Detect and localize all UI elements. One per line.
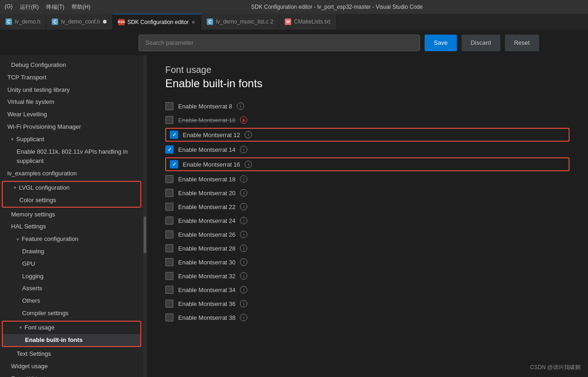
tab-label: lv_demo_music_list.c 2 bbox=[216, 18, 273, 25]
sidebar-item-font-usage[interactable]: ▾ Font usage bbox=[3, 322, 140, 334]
config-item-montserrat-12: Enable Montserrat 12 i bbox=[165, 128, 570, 142]
sidebar-item-memory[interactable]: Memory settings bbox=[0, 209, 143, 221]
sidebar-label: Extra Widgets bbox=[11, 374, 48, 377]
search-input[interactable] bbox=[138, 35, 420, 51]
info-icon-warning[interactable]: ⊗ bbox=[240, 116, 247, 124]
info-icon[interactable]: i bbox=[240, 146, 247, 153]
sidebar-label: Compiler settings bbox=[22, 309, 68, 318]
sidebar-scrollbar[interactable] bbox=[143, 55, 147, 377]
info-icon[interactable]: i bbox=[240, 217, 247, 224]
font-usage-highlight-box: ▾ Font usage Enable built-in fonts bbox=[2, 321, 141, 347]
info-icon[interactable]: i bbox=[240, 286, 247, 293]
checkbox-montserrat-16[interactable] bbox=[170, 160, 178, 168]
info-icon[interactable]: i bbox=[240, 245, 247, 252]
sidebar-item-asserts[interactable]: Asserts bbox=[0, 282, 143, 295]
info-icon[interactable]: i bbox=[240, 189, 247, 197]
checkbox-montserrat-18[interactable] bbox=[165, 175, 174, 183]
sidebar-item-feature[interactable]: ▾ Feature configuration bbox=[0, 233, 143, 245]
info-icon[interactable]: i bbox=[240, 272, 247, 280]
sidebar-item-text[interactable]: Text Settings bbox=[0, 348, 143, 360]
sidebar-label: Enable 802.11k, 802.11v APIs handling in… bbox=[17, 147, 136, 167]
sidebar-item-tcp[interactable]: TCP Transport bbox=[0, 72, 143, 84]
tab-lv-demo-conf-h[interactable]: C lv_demo_conf.h bbox=[46, 14, 113, 30]
sidebar-item-compiler[interactable]: Compiler settings bbox=[0, 307, 143, 320]
menu-terminal[interactable]: 终端(T) bbox=[46, 3, 64, 11]
sidebar-item-gpu[interactable]: GPU bbox=[0, 258, 143, 270]
menu-help[interactable]: 帮助(H) bbox=[72, 3, 90, 11]
info-icon[interactable]: i bbox=[237, 102, 244, 110]
tab-cmake[interactable]: M CMakeLists.txt bbox=[279, 14, 336, 30]
config-item-montserrat-34: Enable Montserrat 34 i bbox=[165, 283, 570, 297]
info-icon[interactable]: i bbox=[240, 175, 247, 183]
checkbox-montserrat-20[interactable] bbox=[165, 189, 174, 197]
info-icon[interactable]: i bbox=[240, 231, 247, 238]
toolbar: Save Discard Reset bbox=[0, 30, 588, 55]
expand-icon: ▾ bbox=[14, 184, 16, 191]
sidebar-label: Virtual file system bbox=[7, 97, 54, 107]
checkbox-montserrat-34[interactable] bbox=[165, 286, 174, 294]
save-button[interactable]: Save bbox=[425, 35, 457, 51]
checkbox-montserrat-26[interactable] bbox=[165, 230, 174, 239]
config-item-montserrat-14: Enable Montserrat 14 i bbox=[165, 143, 570, 156]
item-label: Enable Montserrat 20 bbox=[178, 190, 235, 197]
checkbox-montserrat-14[interactable] bbox=[165, 145, 174, 154]
sidebar-item-hal[interactable]: HAL Settings bbox=[0, 221, 143, 233]
info-icon[interactable]: i bbox=[240, 258, 247, 266]
sidebar-item-widget[interactable]: Widget usage bbox=[0, 360, 143, 373]
sidebar-item-unity[interactable]: Unity unit testing library bbox=[0, 84, 143, 96]
checkbox-montserrat-38[interactable] bbox=[165, 313, 174, 322]
sidebar-label: Asserts bbox=[22, 284, 42, 293]
c-file-icon: C bbox=[6, 18, 12, 25]
checkbox-montserrat-12[interactable] bbox=[170, 131, 178, 139]
checkbox-montserrat-22[interactable] bbox=[165, 203, 174, 211]
sidebar-label: Enable built-in fonts bbox=[25, 335, 83, 345]
discard-button[interactable]: Discard bbox=[462, 35, 500, 51]
info-icon[interactable]: i bbox=[245, 131, 252, 138]
tab-lv-demo-music[interactable]: C lv_demo_music_list.c 2 bbox=[201, 14, 279, 30]
item-label: Enable Montserrat 26 bbox=[178, 231, 235, 238]
menu-g[interactable]: (G) bbox=[5, 3, 12, 11]
tab-sdk-config[interactable]: RSS SDK Configuration editor × bbox=[113, 14, 201, 30]
checkbox-montserrat-24[interactable] bbox=[165, 216, 174, 225]
sidebar-item-builtin-fonts[interactable]: Enable built-in fonts bbox=[3, 334, 140, 347]
checkbox-montserrat-10[interactable] bbox=[165, 116, 174, 124]
sidebar-label: Unity unit testing library bbox=[7, 85, 70, 95]
checkbox-montserrat-8[interactable] bbox=[165, 102, 174, 110]
sidebar-item-vfs[interactable]: Virtual file system bbox=[0, 96, 143, 108]
item-label: Enable Montserrat 8 bbox=[178, 103, 232, 110]
sidebar-label: Debug Configuration bbox=[11, 60, 66, 70]
checkbox-montserrat-36[interactable] bbox=[165, 299, 174, 308]
checkbox-montserrat-32[interactable] bbox=[165, 272, 174, 280]
sidebar-item-802[interactable]: Enable 802.11k, 802.11v APIs handling in… bbox=[0, 146, 143, 168]
title-bar: (G) 运行(R) 终端(T) 帮助(H) SDK Configuration … bbox=[0, 0, 588, 14]
sidebar-item-logging[interactable]: Logging bbox=[0, 270, 143, 283]
scrollbar-thumb bbox=[144, 216, 146, 253]
sidebar-item-supplicant[interactable]: ▾ Supplicant bbox=[0, 133, 143, 146]
checkbox-montserrat-28[interactable] bbox=[165, 244, 174, 252]
info-icon[interactable]: i bbox=[245, 161, 252, 168]
sidebar-item-extra[interactable]: Extra Widgets bbox=[0, 373, 143, 377]
info-icon[interactable]: i bbox=[240, 300, 247, 307]
tab-lv-demo-h[interactable]: C lv_demo.h bbox=[0, 14, 46, 30]
checkbox-montserrat-30[interactable] bbox=[165, 258, 174, 266]
menu-bar[interactable]: (G) 运行(R) 终端(T) 帮助(H) bbox=[5, 3, 90, 11]
menu-run[interactable]: 运行(R) bbox=[20, 3, 39, 11]
close-tab-icon[interactable]: × bbox=[192, 19, 195, 25]
sidebar-item-others[interactable]: Others bbox=[0, 295, 143, 307]
info-icon[interactable]: i bbox=[240, 203, 247, 210]
sidebar-item-lvgl[interactable]: ▾ LVGL configuration bbox=[3, 182, 140, 194]
sidebar-item-color[interactable]: Color settings bbox=[3, 194, 140, 207]
sidebar-item-debug[interactable]: Debug Configuration bbox=[0, 59, 143, 72]
info-icon[interactable]: i bbox=[240, 314, 247, 321]
sidebar-item-lv-examples[interactable]: lv_examples configuration bbox=[0, 168, 143, 180]
sidebar-label: Memory settings bbox=[11, 210, 55, 220]
config-item-montserrat-24: Enable Montserrat 24 i bbox=[165, 214, 570, 227]
sidebar-item-drawing[interactable]: Drawing bbox=[0, 245, 143, 258]
sidebar-item-wear[interactable]: Wear Levelling bbox=[0, 108, 143, 121]
reset-button[interactable]: Reset bbox=[505, 35, 539, 51]
tab-bar: C lv_demo.h C lv_demo_conf.h RSS SDK Con… bbox=[0, 14, 588, 30]
sidebar: Debug Configuration TCP Transport Unity … bbox=[0, 55, 143, 377]
item-label: Enable Montserrat 12 bbox=[183, 132, 240, 138]
sidebar-item-wifi[interactable]: Wi-Fi Provisioning Manager bbox=[0, 121, 143, 133]
sidebar-label: Feature configuration bbox=[22, 234, 78, 244]
